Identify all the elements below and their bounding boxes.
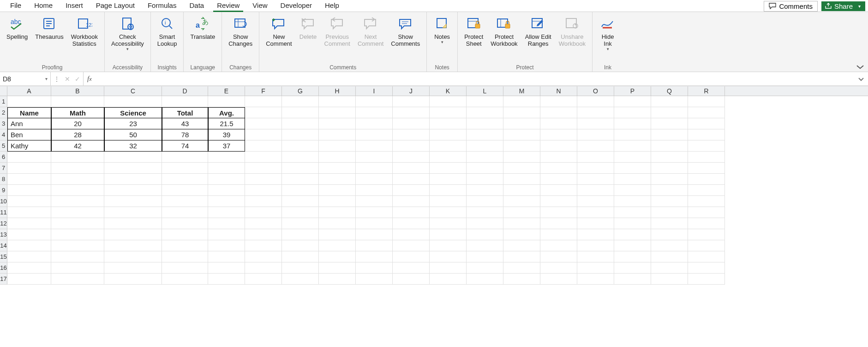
cell[interactable] (245, 118, 282, 129)
row-header[interactable]: 15 (0, 251, 7, 262)
cell[interactable]: 21.5 (208, 118, 245, 129)
cell[interactable] (430, 140, 467, 152)
cell[interactable] (614, 107, 651, 118)
cell[interactable] (688, 140, 725, 152)
cell[interactable] (356, 129, 393, 140)
cell[interactable] (540, 163, 577, 174)
cell[interactable] (104, 207, 162, 218)
row-header[interactable]: 10 (0, 196, 7, 207)
cell[interactable] (503, 174, 540, 185)
cell[interactable] (393, 140, 430, 152)
cell[interactable] (540, 185, 577, 196)
cell[interactable] (393, 107, 430, 118)
workbook-stats-button[interactable]: 123 Workbook Statistics (68, 14, 101, 47)
cell[interactable] (51, 185, 104, 196)
cell[interactable] (467, 174, 503, 185)
cell[interactable] (503, 196, 540, 207)
cell[interactable] (577, 251, 614, 262)
cell[interactable]: 32 (104, 140, 162, 152)
cell[interactable] (7, 240, 51, 251)
cell[interactable] (614, 163, 651, 174)
cell[interactable] (208, 196, 245, 207)
cell[interactable] (51, 218, 104, 229)
cell[interactable] (577, 218, 614, 229)
cell[interactable] (356, 274, 393, 285)
cell[interactable] (651, 185, 688, 196)
cell[interactable] (430, 152, 467, 163)
row-header[interactable]: 12 (0, 218, 7, 229)
cell[interactable] (577, 163, 614, 174)
cell[interactable]: Math (51, 107, 104, 118)
cell[interactable] (104, 229, 162, 240)
select-all-corner[interactable] (0, 86, 7, 96)
cell[interactable] (282, 163, 319, 174)
cell[interactable] (282, 251, 319, 262)
cell[interactable] (356, 107, 393, 118)
col-header-R[interactable]: R (688, 86, 725, 96)
cell[interactable] (503, 274, 540, 285)
cell[interactable] (503, 229, 540, 240)
cell[interactable] (282, 185, 319, 196)
cell[interactable] (467, 207, 503, 218)
cell[interactable] (614, 207, 651, 218)
cell[interactable] (319, 140, 356, 152)
cell[interactable] (51, 274, 104, 285)
col-header-F[interactable]: F (245, 86, 282, 96)
cell[interactable] (162, 207, 208, 218)
cell[interactable] (540, 229, 577, 240)
cell[interactable] (393, 163, 430, 174)
cell[interactable] (104, 196, 162, 207)
cell[interactable] (540, 196, 577, 207)
row-header[interactable]: 6 (0, 152, 7, 163)
cell[interactable] (319, 163, 356, 174)
row-header[interactable]: 3 (0, 118, 7, 129)
cell[interactable] (245, 251, 282, 262)
cell[interactable] (430, 185, 467, 196)
cell[interactable] (503, 262, 540, 274)
cell[interactable] (577, 196, 614, 207)
tab-formulas[interactable]: Formulas (141, 0, 183, 12)
cell[interactable] (430, 118, 467, 129)
cell[interactable] (614, 229, 651, 240)
cell[interactable] (7, 229, 51, 240)
cell[interactable] (651, 152, 688, 163)
share-button[interactable]: Share ▾ (821, 1, 865, 11)
col-header-N[interactable]: N (540, 86, 577, 96)
cell[interactable]: 42 (51, 140, 104, 152)
cell[interactable] (245, 207, 282, 218)
cell[interactable] (651, 218, 688, 229)
cell[interactable]: Ben (7, 129, 51, 140)
cell[interactable] (503, 240, 540, 251)
col-header-O[interactable]: O (577, 86, 614, 96)
show-changes-button[interactable]: Show Changes (226, 14, 255, 47)
cell[interactable] (7, 185, 51, 196)
cell[interactable] (651, 196, 688, 207)
cell[interactable] (614, 118, 651, 129)
cell[interactable] (356, 251, 393, 262)
cell[interactable] (651, 240, 688, 251)
cell[interactable] (51, 174, 104, 185)
cell[interactable] (503, 96, 540, 107)
cell[interactable] (467, 140, 503, 152)
cell[interactable] (245, 218, 282, 229)
col-header-I[interactable]: I (356, 86, 393, 96)
row-header[interactable]: 1 (0, 96, 7, 107)
row-header[interactable]: 7 (0, 163, 7, 174)
cell[interactable] (282, 174, 319, 185)
cell[interactable] (540, 207, 577, 218)
cell[interactable] (51, 251, 104, 262)
allow-edit-ranges-button[interactable]: Allow Edit Ranges (522, 14, 554, 47)
cell[interactable] (245, 129, 282, 140)
cell[interactable] (319, 240, 356, 251)
cell[interactable] (7, 174, 51, 185)
cell[interactable] (540, 262, 577, 274)
cell[interactable] (7, 251, 51, 262)
cell[interactable] (282, 96, 319, 107)
cell[interactable] (162, 262, 208, 274)
cell[interactable] (393, 152, 430, 163)
cell[interactable] (393, 218, 430, 229)
cell[interactable]: 50 (104, 129, 162, 140)
cell[interactable] (467, 218, 503, 229)
cell[interactable] (467, 262, 503, 274)
cell[interactable] (540, 140, 577, 152)
